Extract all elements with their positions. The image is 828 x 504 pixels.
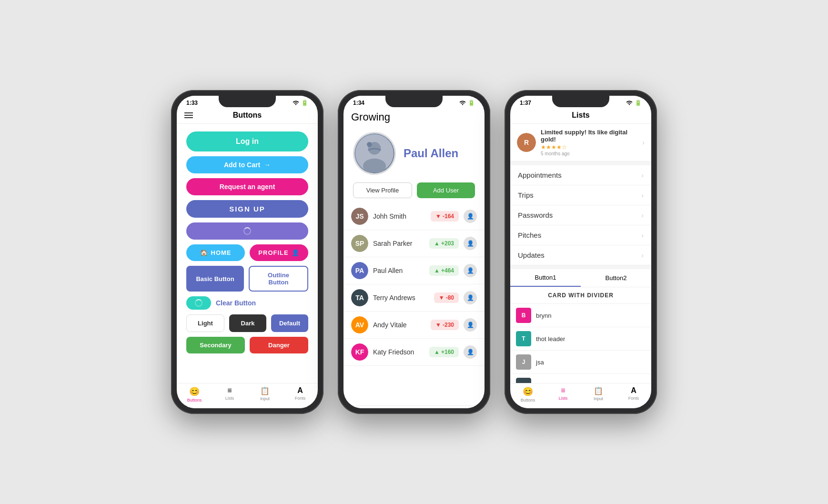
input-tab-icon: 📋 [260, 386, 270, 395]
avatar-circle-1: JS [351, 208, 368, 225]
list-item-trips[interactable]: Trips › [510, 185, 651, 205]
buttons-tab-icon: 😊 [189, 386, 200, 397]
phone-lists: 1:37 🔋 Lists R Limited supply! Its like … [505, 90, 657, 414]
basic-button[interactable]: Basic Button [186, 266, 244, 292]
profile-section: Paul Allen [343, 127, 485, 182]
phone3-tab-fonts[interactable]: A Fonts [616, 386, 651, 403]
dark-button[interactable]: Dark [229, 314, 266, 332]
login-button[interactable]: Log in [186, 131, 308, 151]
home-profile-row: 🏠 HOME PROFILE 👤 [186, 244, 308, 261]
battery-icon-2: 🔋 [468, 100, 475, 106]
user-row[interactable]: PA Paul Allen ▲ +464 👤 [343, 257, 485, 284]
tab-button1[interactable]: Button1 [510, 269, 581, 287]
user-score-2: ▲ +203 [429, 238, 459, 249]
user-avatar-6: KF [351, 343, 368, 361]
phone2-screen: 1:34 🔋 Growing [343, 96, 485, 408]
profile-button[interactable]: PROFILE 👤 [250, 244, 308, 261]
score-arrow-4: ▼ [439, 294, 444, 301]
tab-lists[interactable]: ≡ Lists [212, 386, 247, 403]
user-row[interactable]: TA Terry Andrews ▼ -80 👤 [343, 284, 485, 312]
addcart-label: Add to Cart [224, 161, 260, 169]
toggle-clear-row: Clear Button [186, 296, 308, 310]
user-score-1: ▼ -164 [431, 211, 459, 222]
phone3-tab-buttons[interactable]: 😊 Buttons [510, 386, 545, 403]
buttons-content: Log in Add to Cart → Request an agent SI… [177, 124, 318, 383]
list-item-pitches[interactable]: Pitches › [510, 225, 651, 245]
card-item-brynn[interactable]: B brynn [510, 304, 651, 327]
arrow-icon: → [264, 161, 271, 169]
phone3-status-bar: 1:37 🔋 [510, 96, 651, 108]
tab-input[interactable]: 📋 Input [247, 386, 283, 403]
agent-button[interactable]: Request an agent [186, 178, 308, 195]
fonts-tab-label: Fonts [295, 396, 306, 401]
toggle-button[interactable] [186, 296, 211, 310]
user-row[interactable]: AV Andy Vitale ▼ -230 👤 [343, 312, 485, 339]
phone3-header: Lists [510, 108, 651, 124]
avatar-circle-4: TA [351, 289, 368, 306]
phone3-tab-lists[interactable]: ≡ Lists [545, 386, 581, 403]
danger-button[interactable]: Danger [250, 337, 308, 353]
review-card[interactable]: R Limited supply! Its like digital gold!… [510, 124, 651, 161]
home-button[interactable]: 🏠 HOME [186, 244, 245, 261]
user-name-6: Katy Friedson [373, 348, 424, 356]
phones-container: 1:33 🔋 Buttons Log in Add to Cart → [171, 90, 657, 414]
avatar-image [354, 133, 394, 173]
user-row[interactable]: KF Katy Friedson ▲ +160 👤 [343, 339, 485, 366]
buttons-tab-label: Buttons [187, 398, 202, 403]
contact-icon-6[interactable]: 👤 [464, 345, 477, 359]
tab-buttons[interactable]: 😊 Buttons [177, 386, 212, 403]
brynn-avatar: B [516, 308, 531, 323]
addcart-button[interactable]: Add to Cart → [186, 156, 308, 173]
contact-icon-3[interactable]: 👤 [464, 264, 477, 277]
battery-icon: 🔋 [301, 100, 308, 106]
light-button[interactable]: Light [186, 314, 224, 332]
toggle-spinner [195, 299, 202, 307]
thot-name: thot leader [536, 335, 565, 343]
list-item-appointments[interactable]: Appointments › [510, 165, 651, 185]
add-user-button[interactable]: Add User [417, 182, 475, 198]
users-list: JS Johh Smith ▼ -164 👤 SP Sarah Parker [343, 203, 485, 405]
user-row[interactable]: JS Johh Smith ▼ -164 👤 [343, 203, 485, 230]
card-item-thot[interactable]: T thot leader [510, 327, 651, 351]
default-button[interactable]: Default [271, 314, 308, 332]
phone2-status-bar: 1:34 🔋 [343, 96, 485, 108]
home-indicator [177, 406, 318, 408]
user-avatar-5: AV [351, 316, 368, 333]
user-row[interactable]: SP Sarah Parker ▲ +203 👤 [343, 230, 485, 257]
contact-icon-2[interactable]: 👤 [464, 237, 477, 250]
contact-icon-1[interactable]: 👤 [464, 210, 477, 223]
phone3-fonts-icon: A [631, 386, 636, 395]
contact-icon-4[interactable]: 👤 [464, 291, 477, 304]
svg-point-3 [367, 142, 372, 147]
user-score-5: ▼ -230 [431, 320, 459, 330]
loading-button[interactable] [186, 222, 308, 240]
jsa-avatar: J [516, 354, 531, 370]
updates-chevron: › [641, 252, 644, 259]
score-arrow-3: ▲ [434, 267, 440, 274]
avatar-circle-5: AV [351, 316, 368, 333]
basic-outline-row: Basic Button Outline Button [186, 266, 308, 292]
card-item-jsa[interactable]: J jsa [510, 351, 651, 374]
phone1-header: Buttons [177, 108, 318, 124]
phone3-tab-input[interactable]: 📋 Input [581, 386, 616, 403]
phone1-screen: 1:33 🔋 Buttons Log in Add to Cart → [177, 96, 318, 408]
list-item-updates[interactable]: Updates › [510, 245, 651, 265]
clear-button[interactable]: Clear Button [216, 299, 256, 307]
user-avatar-1: JS [351, 208, 368, 225]
outline-button[interactable]: Outline Button [249, 266, 308, 292]
list-item-passwords[interactable]: Passwords › [510, 205, 651, 225]
card-item-talha[interactable]: T talhaconcepts [510, 374, 651, 383]
signup-button[interactable]: SIGN UP [186, 200, 308, 218]
phone3-buttons-icon: 😊 [523, 386, 533, 397]
phone3-buttons-label: Buttons [521, 398, 535, 403]
view-profile-button[interactable]: View Profile [353, 182, 412, 198]
phone1-status-bar: 1:33 🔋 [177, 96, 318, 108]
tab-fonts[interactable]: A Fonts [283, 386, 318, 403]
tab-button2[interactable]: Button2 [581, 269, 651, 287]
hamburger-menu[interactable] [184, 112, 193, 118]
card-divider-header: CARD WITH DIVIDER [510, 287, 651, 304]
phone3-input-icon: 📋 [594, 386, 603, 395]
contact-icon-5[interactable]: 👤 [464, 318, 477, 332]
trips-chevron: › [641, 192, 644, 199]
secondary-button[interactable]: Secondary [186, 337, 245, 353]
